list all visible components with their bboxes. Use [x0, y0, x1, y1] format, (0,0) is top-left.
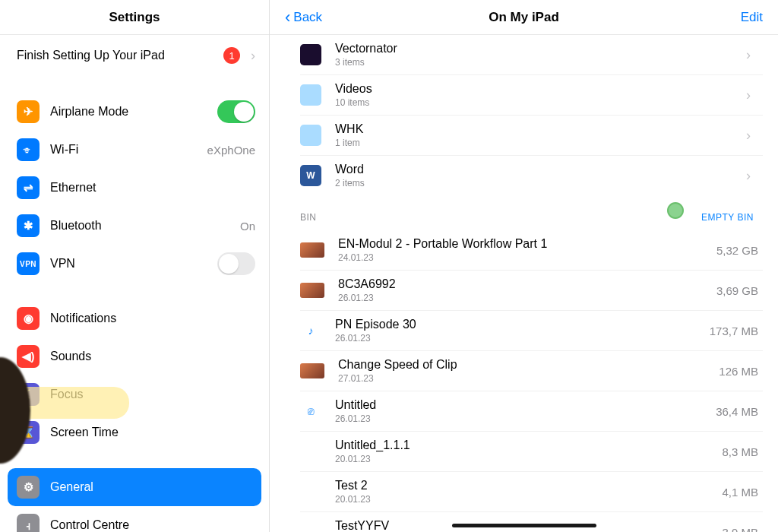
notifications-icon: ◉: [17, 307, 40, 330]
notifications-label: Notifications: [50, 312, 255, 325]
sidebar-item-vpn[interactable]: VPN VPN: [0, 245, 269, 283]
audio-icon: ♪: [300, 320, 321, 341]
video-thumb-icon: [300, 283, 324, 298]
bluetooth-value: On: [240, 220, 255, 233]
folder-sub: 10 items: [335, 97, 738, 108]
bin-item-size: 3,69 GB: [697, 284, 758, 297]
sidebar-item-ethernet[interactable]: ⇌ Ethernet: [0, 169, 269, 207]
chevron-left-icon: ‹: [285, 9, 290, 26]
finish-setup-badge: 1: [223, 47, 240, 64]
video-thumb-icon: [300, 363, 324, 378]
bin-item-name: 8C3A6992: [338, 277, 697, 291]
bin-row[interactable]: EN-Modul 2 - Portable Workflow Part 124.…: [300, 230, 763, 271]
vpn-icon: VPN: [17, 252, 40, 275]
folder-row[interactable]: Vectornator3 items›: [300, 35, 763, 75]
wifi-icon: ᯤ: [17, 138, 40, 161]
vpn-toggle[interactable]: [217, 252, 255, 275]
sidebar-item-sounds[interactable]: ◀) Sounds: [0, 337, 269, 375]
folder-sub: 2 items: [335, 178, 738, 188]
bin-item-name: EN-Modul 2 - Portable Workflow Part 1: [338, 237, 697, 251]
bin-item-date: 26.01.23: [338, 293, 697, 303]
sidebar-item-airplane[interactable]: ✈ Airplane Mode: [0, 93, 269, 131]
sidebar-item-general[interactable]: ⚙ General: [8, 468, 261, 506]
chevron-right-icon: ›: [746, 168, 758, 184]
airplane-label: Airplane Mode: [50, 105, 217, 119]
control-centre-icon: ⫞: [17, 514, 40, 532]
page-title: On My iPad: [458, 7, 590, 28]
folder-icon: [300, 125, 321, 146]
bin-item-size: 173,7 MB: [697, 325, 758, 337]
bin-item-date: 26.01.23: [335, 333, 697, 344]
bin-item-size: 4,1 MB: [697, 486, 758, 499]
sounds-label: Sounds: [50, 350, 255, 363]
chevron-right-icon: ›: [746, 87, 758, 103]
folder-row[interactable]: WWord2 items›: [300, 156, 763, 195]
bin-item-date: 20.01.23: [335, 454, 697, 464]
folder-icon: [300, 84, 321, 106]
bin-item-size: 3,9 MB: [697, 526, 758, 533]
bin-row[interactable]: Test 220.01.234,1 MB: [300, 472, 763, 512]
chevron-right-icon: ›: [746, 47, 758, 63]
bin-row[interactable]: Untitled_1.1.120.01.238,3 MB: [300, 432, 763, 472]
finish-setup-row[interactable]: Finish Setting Up Your iPad 1 ›: [0, 35, 269, 76]
folder-sub: 3 items: [335, 57, 738, 68]
screentime-label: Screen Time: [50, 426, 255, 439]
finish-setup-label: Finish Setting Up Your iPad: [17, 49, 223, 62]
sounds-icon: ◀): [17, 345, 40, 368]
bin-item-size: 126 MB: [697, 365, 758, 378]
sidebar-item-notifications[interactable]: ◉ Notifications: [0, 299, 269, 337]
folder-row[interactable]: Videos10 items›: [300, 75, 763, 116]
bin-item-date: 26.01.23: [335, 413, 697, 424]
gear-icon: ⚙: [17, 476, 40, 499]
folder-row[interactable]: WHK1 item›: [300, 116, 763, 156]
home-indicator: [452, 524, 596, 527]
sidebar-item-control-centre[interactable]: ⫞ Control Centre: [0, 506, 269, 532]
back-label: Back: [293, 10, 322, 25]
control-centre-label: Control Centre: [50, 518, 255, 532]
bin-row[interactable]: 8C3A699226.01.233,69 GB: [300, 271, 763, 311]
chevron-right-icon: ›: [251, 48, 255, 64]
bin-item-size: 36,4 MB: [697, 405, 758, 418]
airplane-toggle[interactable]: [217, 100, 255, 123]
file-icon: [300, 521, 321, 532]
ethernet-label: Ethernet: [50, 181, 255, 195]
folder-name: Vectornator: [335, 42, 738, 55]
bin-row[interactable]: Change Speed of Clip27.01.23126 MB: [300, 351, 763, 391]
bin-row[interactable]: ⎚Untitled26.01.2336,4 MB: [300, 391, 763, 432]
file-icon: [300, 481, 321, 502]
bin-row[interactable]: TestYYFV20.01.233,9 MB: [300, 512, 763, 532]
edit-button[interactable]: Edit: [741, 10, 763, 25]
bin-row[interactable]: ♪PN Episode 3026.01.23173,7 MB: [300, 311, 763, 351]
bin-item-size: 8,3 MB: [697, 445, 758, 458]
bin-item-name: Change Speed of Clip: [338, 358, 697, 372]
bin-item-date: 27.01.23: [338, 373, 697, 384]
folder-name: Word: [335, 163, 738, 176]
empty-bin-button[interactable]: EMPTY BIN: [697, 209, 758, 226]
word-icon: W: [300, 165, 321, 186]
folder-name: Videos: [335, 82, 738, 96]
folder-sub: 1 item: [335, 138, 738, 148]
vpn-label: VPN: [50, 257, 217, 271]
storage-detail-pane: ‹ Back On My iPad Edit Vectornator3 item…: [270, 0, 778, 532]
airplane-icon: ✈: [17, 100, 40, 123]
bin-item-size: 5,32 GB: [697, 244, 758, 257]
back-button[interactable]: ‹ Back: [285, 9, 322, 26]
bin-item-date: 24.01.23: [338, 252, 697, 263]
empty-bin-label: EMPTY BIN: [701, 212, 754, 223]
vecto-icon: [300, 44, 321, 65]
bin-item-name: Test 2: [335, 479, 697, 492]
file-icon: [300, 441, 321, 462]
settings-sidebar: Settings Finish Setting Up Your iPad 1 ›…: [0, 0, 270, 532]
bin-item-name: Untitled: [335, 398, 697, 412]
sidebar-item-wifi[interactable]: ᯤ Wi-Fi eXphOne: [0, 131, 269, 169]
camera-icon: ⎚: [300, 401, 321, 422]
sidebar-item-screentime[interactable]: ⌛ Screen Time: [0, 413, 269, 451]
video-thumb-icon: [300, 242, 324, 258]
sidebar-item-bluetooth[interactable]: ✱ Bluetooth On: [0, 207, 269, 245]
sidebar-item-focus[interactable]: ☾ Focus: [0, 375, 269, 413]
bluetooth-icon: ✱: [17, 214, 40, 237]
general-label: General: [50, 480, 248, 494]
wifi-label: Wi-Fi: [50, 143, 207, 157]
bin-item-date: 20.01.23: [335, 494, 697, 505]
bin-item-name: PN Episode 30: [335, 318, 697, 331]
